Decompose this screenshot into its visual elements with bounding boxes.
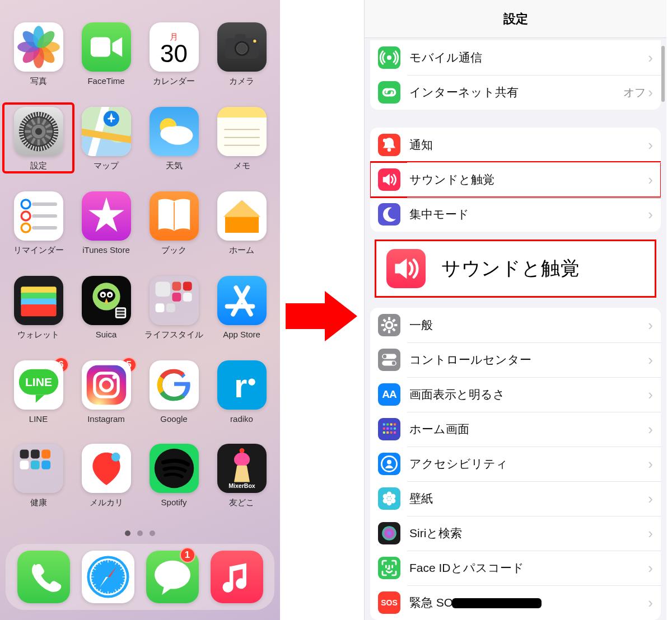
app-label: メルカリ [90,497,123,508]
chevron-right-icon: › [648,455,653,473]
settings-title: 設定 [365,0,666,38]
chevron-right-icon: › [648,49,653,67]
svg-point-129 [234,453,249,467]
notes-app-icon [217,107,267,156]
safari-app-icon [82,551,134,603]
svg-rect-124 [20,461,29,469]
svg-rect-103 [155,282,170,297]
row-label: 集中モード [409,206,648,222]
suica-app[interactable]: Suica [72,276,140,340]
app-label: Instagram [87,414,125,424]
cellular-row[interactable]: モバイル通信› [370,40,661,75]
home-screen-row[interactable]: ホーム画面› [370,412,661,447]
chevron-right-icon: › [648,560,653,577]
books-app[interactable]: ブック [140,191,208,256]
faceid-row[interactable]: Face IDとパスコード› [370,551,661,585]
calendar-app-icon: 月30 [150,22,199,72]
sos-row[interactable]: SOS緊急 SO› [370,585,661,620]
svg-point-83 [21,223,30,232]
general-row[interactable]: 一般› [370,308,661,342]
radiko-app[interactable]: rradiko [208,360,276,424]
svg-rect-186 [381,324,385,326]
app-label: LINE [29,414,48,424]
display-row-icon: AA [378,383,400,406]
facetime-app-icon [82,22,131,72]
home-screen: 写真FaceTime月30カレンダーカメラ設定マップ天気メモリマインダーiTun… [0,0,280,620]
svg-point-213 [387,496,391,500]
maps-app[interactable]: マップ [72,107,140,171]
hotspot-row[interactable]: インターネット共有オフ› [370,75,661,110]
chevron-right-icon: › [648,317,653,334]
mixerbox-app[interactable]: MixerBox友どこ [208,444,276,508]
chevron-right-icon: › [648,525,653,542]
svg-rect-185 [382,328,386,332]
notifications-row[interactable]: 通知› [370,128,661,162]
svg-line-144 [123,574,125,574]
control-center-row[interactable]: コントロールセンター› [370,342,661,377]
svg-line-137 [110,560,111,562]
phone-app[interactable] [17,551,70,603]
wallpaper-row[interactable]: 壁紙› [370,481,661,516]
photos-app[interactable]: 写真 [4,22,72,87]
music-app[interactable] [211,551,263,603]
siri-row[interactable]: Siriと検索› [370,516,661,551]
row-label: ホーム画面 [409,421,648,437]
wallet-app[interactable]: ウォレット [4,276,72,340]
appstore-app[interactable]: App Store [208,276,276,340]
instagram-app[interactable]: 5Instagram [72,360,140,424]
chevron-right-icon: › [648,386,653,403]
svg-point-13 [236,43,247,54]
mercari-app[interactable]: メルカリ [72,444,140,508]
radiko-app-icon: r [217,360,267,410]
svg-rect-16 [38,112,39,116]
svg-line-171 [105,560,105,562]
app-label: マップ [94,161,119,171]
lifestyle-folder[interactable]: ライフスタイル [140,276,208,340]
messages-app[interactable]: 1 [146,551,199,603]
svg-point-97 [108,294,110,296]
accessibility-row[interactable]: アクセシビリティ› [370,447,661,481]
settings-screen: 設定 モバイル通信›インターネット共有オフ›通知›サウンドと触覚›集中モード›サ… [364,0,666,620]
health-folder[interactable]: 健康 [4,444,72,508]
settings-group: モバイル通信›インターネット共有オフ› [370,40,661,110]
scrollbar[interactable] [661,46,665,102]
chevron-right-icon: › [648,171,653,189]
badge: 1 [180,547,195,563]
svg-point-177 [388,148,391,152]
app-label: リマインダー [13,245,64,256]
notifications-row-icon [378,134,400,156]
weather-app[interactable]: 天気 [140,107,208,171]
settings-app[interactable]: 設定 [3,104,73,172]
accessibility-row-icon [378,453,400,475]
svg-rect-46 [18,131,23,132]
svg-rect-107 [183,293,192,302]
camera-app[interactable]: カメラ [208,22,276,87]
calendar-app[interactable]: 月30カレンダー [140,22,208,87]
home-app[interactable]: ホーム [208,191,276,256]
svg-point-118 [112,375,116,379]
instagram-app-icon [82,360,131,410]
focus-row[interactable]: 集中モード› [370,197,661,232]
svg-point-96 [101,294,104,296]
reminders-app[interactable]: リマインダー [4,191,72,256]
app-label: カメラ [229,76,254,87]
facetime-app[interactable]: FaceTime [72,22,140,87]
app-label: 健康 [30,497,47,508]
notes-app[interactable]: メモ [208,107,276,171]
page-indicator[interactable] [4,530,276,536]
photos-app-icon [14,22,63,72]
svg-rect-193 [383,424,385,426]
safari-app[interactable] [82,551,134,603]
row-label: アクセシビリティ [409,456,648,472]
display-row[interactable]: AA画面表示と明るさ› [370,377,661,412]
settings-group: 一般›コントロールセンター›AA画面表示と明るさ›ホーム画面›アクセシビリティ›… [370,308,661,620]
spotify-app[interactable]: Spotify [140,444,208,508]
sounds-row[interactable]: サウンドと触覚› [370,162,661,197]
svg-line-153 [110,593,111,595]
svg-rect-122 [30,450,39,459]
google-app[interactable]: Google [140,360,208,424]
row-label: コントロールセンター [409,352,648,368]
itunes-store-app[interactable]: iTunes Store [72,191,140,256]
svg-rect-182 [394,324,398,326]
line-app[interactable]: 6LINELINE [4,360,72,424]
